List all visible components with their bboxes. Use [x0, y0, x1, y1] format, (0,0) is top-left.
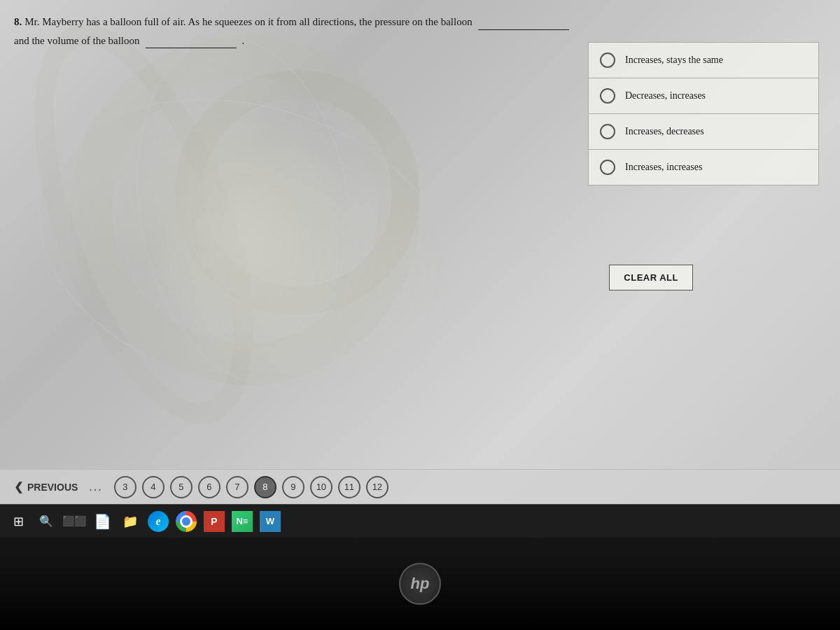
option-b[interactable]: Decreases, increases	[588, 78, 819, 114]
hp-logo: hp	[399, 563, 441, 605]
task-view-button[interactable]: ⬛⬛	[62, 509, 87, 534]
page-btn-3[interactable]: 3	[114, 476, 136, 498]
page-btn-4[interactable]: 4	[142, 476, 164, 498]
search-icon: 🔍	[39, 514, 53, 528]
powerpoint-icon: P	[204, 511, 225, 532]
radio-d[interactable]	[600, 160, 615, 175]
chrome-button[interactable]	[174, 509, 199, 534]
question-line2-suffix: .	[242, 35, 245, 46]
hp-logo-area: hp	[0, 538, 840, 630]
notion-icon: N≡	[232, 511, 253, 532]
prev-arrow-icon: ❮	[14, 480, 23, 493]
option-d[interactable]: Increases, increases	[588, 150, 819, 186]
question-line2-prefix: and the volume of the balloon	[14, 35, 140, 46]
taskbar-top: ⊞ 🔍 ⬛⬛ 📄 📁 e P N≡	[0, 504, 840, 538]
option-a-text: Increases, stays the same	[625, 55, 723, 66]
page-btn-6[interactable]: 6	[198, 476, 220, 498]
radio-b[interactable]	[600, 88, 615, 104]
chrome-icon	[176, 511, 197, 532]
word-icon: W	[260, 511, 281, 532]
task-view-icon: ⬛⬛	[62, 515, 86, 527]
previous-button[interactable]: ❮ PREVIOUS	[14, 480, 78, 493]
folder-button[interactable]: 📁	[118, 509, 143, 534]
option-d-text: Increases, increases	[625, 162, 702, 173]
main-content: 8. Mr. Mayberry has a balloon full of ai…	[0, 0, 840, 504]
search-button[interactable]: 🔍	[34, 509, 59, 534]
windows-start-button[interactable]: ⊞	[6, 509, 31, 534]
page-btn-11[interactable]: 11	[338, 476, 360, 498]
page-btn-5[interactable]: 5	[170, 476, 192, 498]
powerpoint-button[interactable]: P	[202, 509, 227, 534]
nav-dots: ...	[89, 479, 103, 494]
radio-c[interactable]	[600, 124, 615, 139]
file-explorer-icon: 📄	[94, 513, 111, 530]
clear-all-button[interactable]: CLEAR ALL	[609, 265, 693, 290]
folder-icon: 📁	[122, 514, 138, 529]
page-btn-10[interactable]: 10	[310, 476, 332, 498]
page-btn-7[interactable]: 7	[226, 476, 248, 498]
notion-button[interactable]: N≡	[230, 509, 255, 534]
option-c[interactable]: Increases, decreases	[588, 114, 819, 150]
option-a[interactable]: Increases, stays the same	[588, 42, 819, 78]
file-explorer-button[interactable]: 📄	[90, 509, 115, 534]
page-btn-12[interactable]: 12	[366, 476, 388, 498]
blank-line-2	[146, 35, 237, 48]
blank-line-1	[478, 17, 569, 30]
page-btn-8-active[interactable]: 8	[254, 476, 276, 498]
windows-icon: ⊞	[13, 514, 24, 529]
edge-button[interactable]: e	[146, 509, 171, 534]
radio-a[interactable]	[600, 52, 615, 68]
question-number: 8.	[14, 16, 22, 27]
option-b-text: Decreases, increases	[625, 90, 706, 102]
taskbar: ⊞ 🔍 ⬛⬛ 📄 📁 e P N≡	[0, 504, 840, 630]
answer-panel: Increases, stays the same Decreases, inc…	[588, 42, 819, 186]
edge-icon: e	[148, 511, 169, 532]
question-line1: 8. Mr. Mayberry has a balloon full of ai…	[14, 14, 826, 30]
question-text: Mr. Mayberry has a balloon full of air. …	[24, 16, 472, 27]
hp-logo-text: hp	[411, 575, 430, 593]
navigation-bar: ❮ PREVIOUS ... 3 4 5 6 7 8 9 10 11 12	[0, 469, 840, 504]
previous-label: PREVIOUS	[27, 482, 78, 493]
word-button[interactable]: W	[258, 509, 283, 534]
option-c-text: Increases, decreases	[625, 126, 704, 137]
page-btn-9[interactable]: 9	[282, 476, 304, 498]
